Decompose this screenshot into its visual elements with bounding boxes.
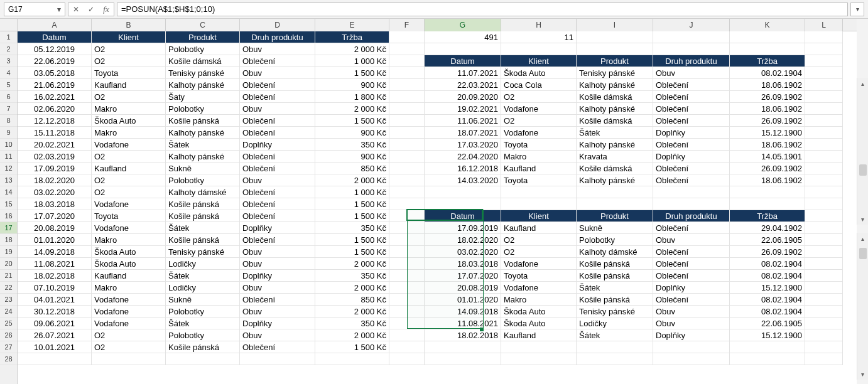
cell-A18[interactable]: 01.01.2020	[18, 234, 92, 246]
cell-G19[interactable]: 03.02.2020	[425, 246, 501, 258]
row-header-14[interactable]: 14	[0, 186, 17, 198]
cell-F27[interactable]	[389, 341, 425, 353]
column-header-F[interactable]: F	[389, 19, 425, 31]
cell-G20[interactable]: 18.03.2018	[425, 258, 501, 270]
cell-F17[interactable]	[389, 222, 425, 234]
cell-B17[interactable]: Vodafone	[92, 222, 166, 234]
cell-E5[interactable]: 900 Kč	[315, 79, 389, 91]
row-header-7[interactable]: 7	[0, 103, 17, 115]
cell-E10[interactable]: 350 Kč	[315, 139, 389, 151]
cell-D21[interactable]: Doplňky	[240, 270, 315, 282]
cell-F1[interactable]	[389, 31, 425, 43]
cell-A13[interactable]: 18.02.2020	[18, 174, 92, 186]
cell-B27[interactable]: O2	[92, 341, 166, 353]
row-header-12[interactable]: 12	[0, 163, 17, 174]
row-header-11[interactable]: 11	[0, 151, 17, 163]
cell-F7[interactable]	[389, 103, 425, 115]
cell-J24[interactable]: Obuv	[653, 306, 730, 317]
cell-J12[interactable]: Oblečení	[653, 163, 730, 174]
cell-J2[interactable]	[653, 43, 730, 55]
column-headers[interactable]: ABCDEFGHIJKL	[18, 19, 857, 31]
cell-E16[interactable]: 1 500 Kč	[315, 210, 389, 222]
cell-E22[interactable]: 2 000 Kč	[315, 282, 389, 294]
cell-D6[interactable]: Oblečení	[240, 91, 315, 103]
cell-J11[interactable]: Doplňky	[653, 151, 730, 163]
cell-H2[interactable]	[501, 43, 577, 55]
cell-C10[interactable]: Šátek	[166, 139, 240, 151]
cell-L23[interactable]	[805, 294, 843, 306]
cell-C23[interactable]: Sukně	[166, 294, 240, 306]
cells-area[interactable]: DatumKlientProduktDruh produktuTržba4911…	[18, 31, 857, 384]
row-header-27[interactable]: 27	[0, 341, 17, 353]
cell-K7[interactable]: 18.06.1902	[730, 103, 805, 115]
cell-I23[interactable]: Košile pánská	[577, 294, 653, 306]
cell-J4[interactable]: Obuv	[653, 67, 730, 79]
cell-K19[interactable]: 26.09.1902	[730, 246, 805, 258]
cell-H16[interactable]: Klient	[501, 210, 577, 222]
cell-H6[interactable]: O2	[501, 91, 577, 103]
cell-F20[interactable]	[389, 258, 425, 270]
cell-J7[interactable]: Oblečení	[653, 103, 730, 115]
cell-K6[interactable]: 26.09.1902	[730, 91, 805, 103]
cell-J27[interactable]	[653, 341, 730, 353]
cell-C6[interactable]: Šaty	[166, 91, 240, 103]
cell-L8[interactable]	[805, 115, 843, 127]
cell-B6[interactable]: O2	[92, 91, 166, 103]
cell-B23[interactable]: Vodafone	[92, 294, 166, 306]
column-header-G[interactable]: G	[425, 19, 501, 31]
cell-G27[interactable]	[425, 341, 501, 353]
column-header-L[interactable]: L	[805, 19, 843, 31]
cell-G22[interactable]: 20.08.2019	[425, 282, 501, 294]
cell-G13[interactable]: 14.03.2020	[425, 174, 501, 186]
cell-C13[interactable]: Polobotky	[166, 174, 240, 186]
cell-A6[interactable]: 16.02.2021	[18, 91, 92, 103]
cell-B11[interactable]: O2	[92, 151, 166, 163]
cell-G3[interactable]: Datum	[425, 55, 501, 67]
cell-K24[interactable]: 08.02.1904	[730, 306, 805, 317]
cell-H18[interactable]: O2	[501, 234, 577, 246]
cell-A24[interactable]: 30.12.2018	[18, 306, 92, 317]
cell-C16[interactable]: Košile pánská	[166, 210, 240, 222]
cell-A27[interactable]: 10.01.2021	[18, 341, 92, 353]
cell-C26[interactable]: Polobotky	[166, 329, 240, 341]
spreadsheet-grid[interactable]: ABCDEFGHIJKL 123456789101112131415161718…	[0, 19, 868, 384]
scroll-thumb[interactable]	[859, 248, 867, 259]
cell-D14[interactable]: Oblečení	[240, 186, 315, 198]
cell-J22[interactable]: Doplňky	[653, 282, 730, 294]
cell-A2[interactable]: 05.12.2019	[18, 43, 92, 55]
cell-J16[interactable]: Druh produktu	[653, 210, 730, 222]
row-header-5[interactable]: 5	[0, 79, 17, 91]
cell-A5[interactable]: 21.06.2019	[18, 79, 92, 91]
cell-G1[interactable]: 491	[425, 31, 501, 43]
cell-E27[interactable]: 1 500 Kč	[315, 341, 389, 353]
cell-K15[interactable]	[730, 198, 805, 210]
cell-I20[interactable]: Košile pánská	[577, 258, 653, 270]
cell-E25[interactable]: 350 Kč	[315, 317, 389, 329]
cell-H3[interactable]: Klient	[501, 55, 577, 67]
cell-J6[interactable]: Oblečení	[653, 91, 730, 103]
cell-G28[interactable]	[425, 353, 501, 365]
column-header-K[interactable]: K	[730, 19, 805, 31]
cell-A7[interactable]: 02.06.2020	[18, 103, 92, 115]
cell-D11[interactable]: Oblečení	[240, 151, 315, 163]
cell-E2[interactable]: 2 000 Kč	[315, 43, 389, 55]
cell-D26[interactable]: Obuv	[240, 329, 315, 341]
cell-I8[interactable]: Košile dámská	[577, 115, 653, 127]
cell-D23[interactable]: Oblečení	[240, 294, 315, 306]
cell-J13[interactable]: Oblečení	[653, 174, 730, 186]
row-header-6[interactable]: 6	[0, 91, 17, 103]
cell-E12[interactable]: 850 Kč	[315, 163, 389, 174]
cell-A20[interactable]: 11.08.2021	[18, 258, 92, 270]
vertical-scrollbar-upper[interactable]: ▴ ▾	[857, 78, 868, 225]
cell-E18[interactable]: 1 500 Kč	[315, 234, 389, 246]
cell-L25[interactable]	[805, 317, 843, 329]
cell-B13[interactable]: O2	[92, 174, 166, 186]
scroll-up-icon[interactable]: ▴	[857, 78, 869, 89]
cell-F24[interactable]	[389, 306, 425, 317]
formula-input[interactable]: =POSUN(A$1;$H$1;0;10)	[117, 3, 848, 16]
cell-F15[interactable]	[389, 198, 425, 210]
cell-C18[interactable]: Košile pánská	[166, 234, 240, 246]
cell-L10[interactable]	[805, 139, 843, 151]
cell-C24[interactable]: Polobotky	[166, 306, 240, 317]
cell-G12[interactable]: 16.12.2018	[425, 163, 501, 174]
